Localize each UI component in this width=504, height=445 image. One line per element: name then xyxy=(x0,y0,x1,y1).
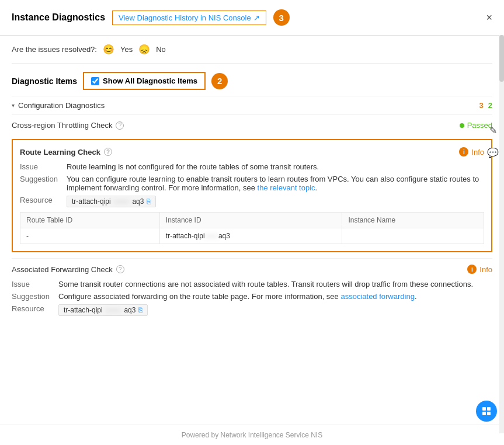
cell-instance-name xyxy=(342,228,484,244)
copy-icon[interactable]: ⎘ xyxy=(147,197,151,206)
route-learning-help-icon[interactable]: ? xyxy=(104,148,112,156)
footer: Powered by Network Intelligence Service … xyxy=(0,425,504,445)
svg-rect-2 xyxy=(482,412,486,415)
panel-title: Instance Diagnostics xyxy=(12,12,105,23)
section-label: Configuration Diagnostics xyxy=(18,101,105,110)
scrollbar-track xyxy=(499,35,504,433)
associated-suggestion-label: Suggestion xyxy=(12,292,53,301)
associated-resource-tag: tr-attach-qipi········aq3 ⎘ xyxy=(58,304,148,316)
associated-forwarding-help-icon[interactable]: ? xyxy=(116,265,124,273)
section-left: ▾ Configuration Diagnostics xyxy=(12,101,105,110)
close-button[interactable]: × xyxy=(486,12,492,24)
cell-route-table-id: - xyxy=(20,228,160,244)
route-learning-status: i Info xyxy=(459,147,484,157)
associated-issue-value: Some transit router connections are not … xyxy=(58,280,492,288)
svg-rect-0 xyxy=(482,407,486,411)
diagnostic-items-title: Diagnostic Items xyxy=(12,77,77,86)
config-diagnostics-section[interactable]: ▾ Configuration Diagnostics 3 2 xyxy=(12,96,492,114)
table-row: - tr-attach-qipi·······aq3 xyxy=(20,228,484,244)
header: Instance Diagnostics View Diagnostic His… xyxy=(0,0,504,36)
associated-suggestion-value: Configure associated forwarding on the r… xyxy=(58,292,492,301)
smiley-happy-icon: 😊 xyxy=(103,44,114,55)
yes-option[interactable]: Yes xyxy=(120,45,133,54)
show-all-box: Show All Diagnostic Items xyxy=(83,72,206,90)
count-green: 2 xyxy=(488,101,492,110)
associated-issue-row: Issue Some transit router connections ar… xyxy=(12,280,492,288)
associated-forwarding-details: Issue Some transit router connections ar… xyxy=(12,280,492,325)
associated-copy-icon[interactable]: ⎘ xyxy=(138,306,142,314)
svg-rect-1 xyxy=(487,407,491,411)
cell-instance-id: tr-attach-qipi·······aq3 xyxy=(159,228,342,244)
fab-button[interactable] xyxy=(476,401,497,422)
step3-badge: 3 xyxy=(273,9,290,26)
cross-region-check-row: Cross-region Throttling Check ? Passed xyxy=(12,114,492,135)
passed-dot-icon xyxy=(460,123,464,128)
col-instance-id: Instance ID xyxy=(159,213,342,228)
associated-forwarding-row: Associated Forwarding Check ? i Info xyxy=(12,258,492,280)
col-instance-name: Instance Name xyxy=(342,213,484,228)
associated-resource-row: Resource tr-attach-qipi········aq3 ⎘ xyxy=(12,304,492,316)
svg-rect-3 xyxy=(487,412,491,415)
associated-forwarding-name: Associated Forwarding Check ? xyxy=(12,265,124,274)
associated-resource-value: tr-attach-qipi········aq3 ⎘ xyxy=(58,304,492,316)
resource-value: tr-attach-qipi········aq3 ⎘ xyxy=(67,196,484,207)
associated-forwarding-status: i Info xyxy=(467,265,492,274)
route-learning-card-header: Route Learning Check ? i Info xyxy=(20,147,484,157)
route-learning-suggestion-row: Suggestion You can configure route learn… xyxy=(20,175,484,192)
associated-info-circle-icon: i xyxy=(467,265,477,274)
scrollable-body: Are the issues resolved?: 😊 Yes 😞 No Dia… xyxy=(0,36,504,425)
show-all-checkbox[interactable] xyxy=(91,77,99,85)
show-all-label: Show All Diagnostic Items xyxy=(103,77,197,85)
table-header-row: Route Table ID Instance ID Instance Name xyxy=(20,213,484,228)
associated-issue-label: Issue xyxy=(12,280,53,288)
associated-resource-label: Resource xyxy=(12,304,53,316)
instance-diagnostics-panel: Instance Diagnostics View Diagnostic His… xyxy=(0,0,504,445)
section-counts: 3 2 xyxy=(479,101,492,110)
suggestion-label: Suggestion xyxy=(20,175,61,192)
diagnostic-items-header: Diagnostic Items Show All Diagnostic Ite… xyxy=(12,64,492,96)
associated-suggestion-row: Suggestion Configure associated forwardi… xyxy=(12,292,492,301)
issue-value: Route learning is not configured for the… xyxy=(67,162,484,171)
col-route-table-id: Route Table ID xyxy=(20,213,160,228)
info-circle-icon: i xyxy=(459,147,468,157)
issue-label: Issue xyxy=(20,162,61,171)
route-table: Route Table ID Instance ID Instance Name… xyxy=(20,212,484,244)
view-history-link[interactable]: View Diagnostic History in NIS Console ↗ xyxy=(112,11,266,25)
associated-forwarding-link[interactable]: associated forwarding xyxy=(340,292,414,301)
route-learning-resource-row: Resource tr-attach-qipi········aq3 ⎘ xyxy=(20,196,484,207)
step2-badge: 2 xyxy=(211,73,228,89)
cross-region-help-icon[interactable]: ? xyxy=(116,121,124,130)
relevant-topic-link[interactable]: the relevant topic xyxy=(258,183,315,192)
scrollbar-thumb[interactable] xyxy=(499,35,504,82)
resource-tag: tr-attach-qipi········aq3 ⎘ xyxy=(67,196,156,207)
suggestion-value: You can configure route learning to enab… xyxy=(67,175,484,192)
smiley-sad-icon: 😞 xyxy=(138,44,150,55)
route-learning-issue-row: Issue Route learning is not configured f… xyxy=(20,162,484,171)
fab-icon xyxy=(481,406,492,416)
route-learning-card: Route Learning Check ? i Info Issue Rout… xyxy=(12,139,492,252)
count-orange: 3 xyxy=(479,101,484,110)
issues-label: Are the issues resolved?: xyxy=(12,45,97,54)
cross-region-check-name: Cross-region Throttling Check ? xyxy=(12,121,124,130)
issues-resolved-row: Are the issues resolved?: 😊 Yes 😞 No xyxy=(12,36,492,64)
no-option[interactable]: No xyxy=(156,45,166,54)
chevron-down-icon: ▾ xyxy=(12,102,15,109)
route-learning-title: Route Learning Check ? xyxy=(20,148,112,157)
resource-label: Resource xyxy=(20,196,61,207)
